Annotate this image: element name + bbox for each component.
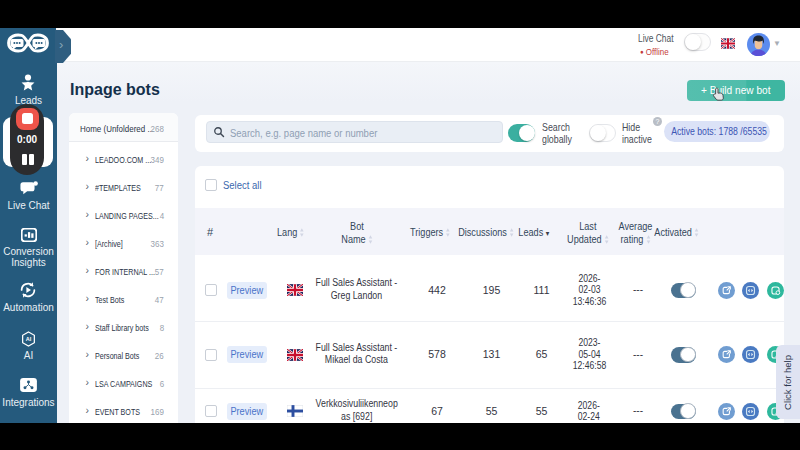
svg-text:AI: AI — [26, 336, 32, 342]
